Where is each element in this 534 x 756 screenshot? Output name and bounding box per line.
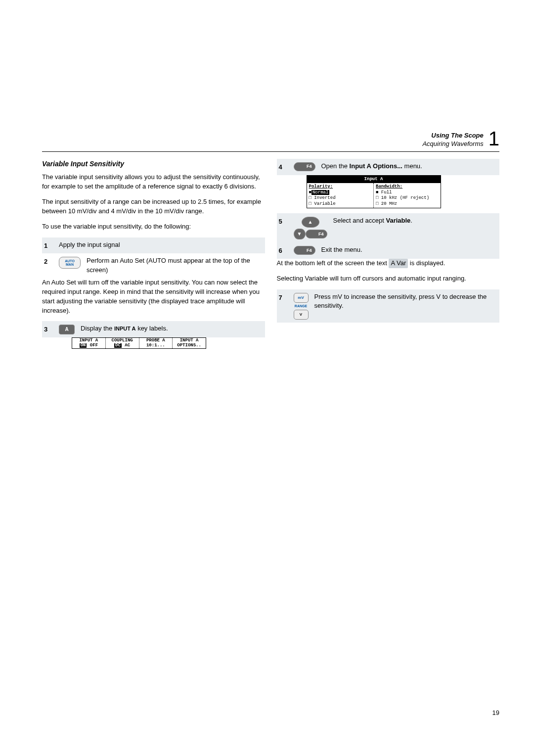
step-text: Apply the input signal <box>59 240 263 250</box>
paragraph: The input sensitivity of a range can be … <box>42 197 265 216</box>
f4-key-icon: F4 <box>294 246 315 255</box>
input-a-key-icon: A <box>59 325 75 334</box>
up-arrow-key-icon: ▲ <box>302 217 319 228</box>
softkey-coupling: COUPLING DC AC <box>106 338 139 348</box>
step-number: 5 <box>279 216 288 227</box>
paragraph: The variable input sensitivity allows yo… <box>42 173 265 191</box>
left-column: Variable Input Sensitivity The variable … <box>42 159 265 349</box>
step-7: 7 mV RANGE V Press mV to increase the se… <box>277 289 500 323</box>
step-1: 1 Apply the input signal <box>42 237 265 254</box>
input-a-options-menu: Input A Polarity: ■Normal □ Inverted □ V… <box>307 175 441 208</box>
range-label-icon: RANGE <box>295 304 307 309</box>
v-key-icon: V <box>294 310 309 320</box>
right-column: 4 F4 Open the Input A Options... menu. I… <box>277 159 500 349</box>
softkey-input-a: INPUT A ON OFF <box>72 338 106 348</box>
step-number: 4 <box>279 162 288 172</box>
step-2: 2 AUTO MAN Perform an Auto Set (AUTO mus… <box>42 253 265 278</box>
menu-title: Input A <box>307 176 441 183</box>
step-number: 1 <box>44 240 53 251</box>
menu-polarity-column: Polarity: ■Normal □ Inverted □ Variable <box>307 183 374 208</box>
page-number: 19 <box>492 709 499 716</box>
down-arrow-key-icon: ▼ <box>294 229 306 239</box>
header-subtitle: Acquiring Waveforms <box>422 140 483 148</box>
step-text: Display the INPUT A key labels. <box>81 324 263 333</box>
step-text: Press mV to increase the sensitivity, pr… <box>314 292 498 311</box>
step-5: 5 ▲ ▼ F4 Select and accept Variable. <box>277 213 500 242</box>
step-text: Perform an Auto Set (AUTO must appear at… <box>87 256 263 275</box>
screen-text-badge: A Var <box>389 259 408 268</box>
step-6: 6 F4 Exit the menu. <box>277 242 500 259</box>
f4-key-icon: F4 <box>294 162 315 171</box>
paragraph: Selecting Variable will turn off cursors… <box>277 274 500 284</box>
step-number: 6 <box>279 245 288 256</box>
chapter-number: 1 <box>489 129 499 148</box>
step-text: Select and accept Variable. <box>333 216 498 226</box>
auto-man-key-icon: AUTO MAN <box>59 257 81 269</box>
step-number: 3 <box>44 324 53 334</box>
step-number: 2 <box>44 256 53 267</box>
softkey-input-a-options: INPUT AOPTIONS.. <box>173 338 206 348</box>
header-divider <box>42 151 499 152</box>
paragraph: An Auto Set will turn off the variable i… <box>42 278 265 315</box>
step-3: 3 A Display the INPUT A key labels. <box>42 321 265 337</box>
softkey-bar: INPUT A ON OFF COUPLING DC AC PROBE A10:… <box>72 337 206 349</box>
paragraph: At the bottom left of the screen the tex… <box>277 259 500 268</box>
step-number: 7 <box>279 292 288 303</box>
f4-key-icon: F4 <box>306 230 327 238</box>
softkey-probe-a: PROBE A10:1... <box>139 338 173 348</box>
menu-bandwidth-column: Bandwidth: ■ Full □ 10 kHz (HF reject) □… <box>374 183 441 208</box>
step-text: Exit the menu. <box>321 245 498 255</box>
page-header: Using The Scope Acquiring Waveforms 1 <box>42 129 499 148</box>
paragraph: To use the variable input sensitivity, d… <box>42 222 265 232</box>
step-text: Open the Input A Options... menu. <box>321 162 498 171</box>
section-title: Variable Input Sensitivity <box>42 159 265 169</box>
header-title: Using The Scope <box>422 132 483 140</box>
step-4: 4 F4 Open the Input A Options... menu. <box>277 159 500 175</box>
mv-key-icon: mV <box>294 293 309 303</box>
